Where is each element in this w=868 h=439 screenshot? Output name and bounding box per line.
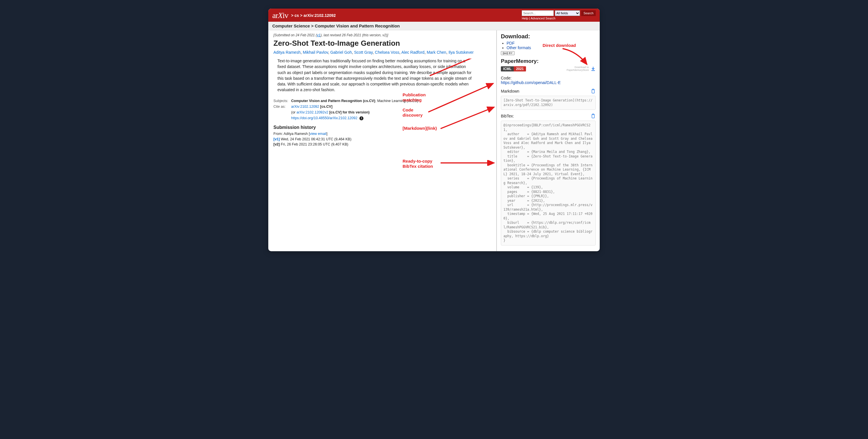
search-cluster: All fields Search Help | Advanced Search [522, 10, 596, 20]
code-heading: Code: [501, 76, 512, 80]
author-link[interactable]: Gabriel Goh [330, 50, 352, 55]
citeas-link[interactable]: arXiv:2102.12092 [291, 105, 319, 109]
meta-table: Subjects: Computer Vision and Pattern Re… [273, 98, 491, 121]
clipboard-icon[interactable] [591, 113, 596, 119]
papermemory-heading: PaperMemory: [501, 58, 596, 64]
svg-rect-4 [593, 114, 594, 115]
search-input[interactable] [522, 10, 554, 16]
author-link[interactable]: Ilya Sutskever [448, 50, 474, 55]
cc-license-badge[interactable]: (cc) CC BYBY [501, 51, 515, 55]
sidebar: Download: PDF Other formats (cc) CC BYBY… [497, 30, 600, 251]
submission-history: From: Aditya Ramesh [view email] [v1] We… [273, 131, 491, 147]
v1-link[interactable]: v1 [317, 33, 320, 37]
author-link[interactable]: Alec Radford [401, 50, 425, 55]
bibtex-box[interactable]: @inproceedings{DBLP:conf/icml/RameshPGGV… [501, 121, 596, 245]
download-pdf-link[interactable]: PDF [506, 41, 515, 46]
arxiv-logo[interactable]: arXiv [272, 11, 288, 20]
top-bar: arXiv > cs > arXiv:2102.12092 All fields… [268, 8, 600, 22]
author-link[interactable]: Mikhail Pavlov [303, 50, 328, 55]
arxiv-page: arXiv > cs > arXiv:2102.12092 All fields… [268, 8, 600, 251]
venue-badge: ICML 2021 [501, 66, 526, 71]
subjects-primary: Computer Vision and Pattern Recognition … [291, 99, 375, 103]
bibtex-heading: BibTex: [501, 114, 514, 118]
author-link[interactable]: Mark Chen [427, 50, 446, 55]
v2-history-label: [v2] [273, 142, 280, 146]
search-field-select[interactable]: All fields [555, 10, 580, 16]
advanced-search-link[interactable]: Advanced Search [531, 17, 555, 20]
subjects-secondary: ; Machine Learning (cs.LG) [375, 99, 418, 103]
author-link[interactable]: Chelsea Voss [375, 50, 399, 55]
download-other-link[interactable]: Other formats [506, 46, 531, 50]
citeas-v2-link[interactable]: arXiv:2102.12092v2 [297, 110, 328, 114]
authors-line: Aditya Ramesh, Mikhail Pavlov, Gabriel G… [273, 50, 491, 55]
view-email-link[interactable]: view email [310, 132, 326, 136]
breadcrumb: > cs > arXiv:2102.12092 [291, 13, 336, 18]
info-icon[interactable]: i [360, 116, 364, 120]
doi-link[interactable]: https://doi.org/10.48550/arXiv.2102.1209… [291, 116, 358, 120]
main-column: [Submitted on 24 Feb 2021 (v1), last rev… [268, 30, 497, 251]
markdown-box[interactable]: [Zero-Shot Text-to-Image Generation](htt… [501, 96, 596, 110]
abstract: Text-to-image generation has traditional… [273, 58, 473, 97]
clipboard-icon[interactable] [591, 88, 596, 94]
author-link[interactable]: Scott Gray [354, 50, 373, 55]
svg-rect-2 [593, 89, 594, 90]
help-link[interactable]: Help [522, 17, 528, 20]
paper-title: Zero-Shot Text-to-Image Generation [273, 39, 491, 48]
download-to-label: Download to PaperMemoryStore [566, 66, 589, 72]
submission-history-heading: Submission history [273, 125, 491, 130]
download-icon[interactable] [591, 66, 596, 72]
search-button[interactable]: Search [581, 10, 596, 16]
submitted-line: [Submitted on 24 Feb 2021 (v1), last rev… [273, 33, 491, 37]
subjects-label: Subjects: [273, 98, 289, 104]
v1-history-link[interactable]: [v1] [273, 137, 280, 141]
subject-header: Computer Science > Computer Vision and P… [268, 22, 600, 30]
download-heading: Download: [501, 33, 596, 40]
citeas-label: Cite as: [273, 104, 289, 110]
author-link[interactable]: Aditya Ramesh [273, 50, 301, 55]
code-repo-link[interactable]: https://github.com/openai/DALL-E [501, 80, 561, 85]
markdown-heading: Markdown [501, 89, 520, 93]
